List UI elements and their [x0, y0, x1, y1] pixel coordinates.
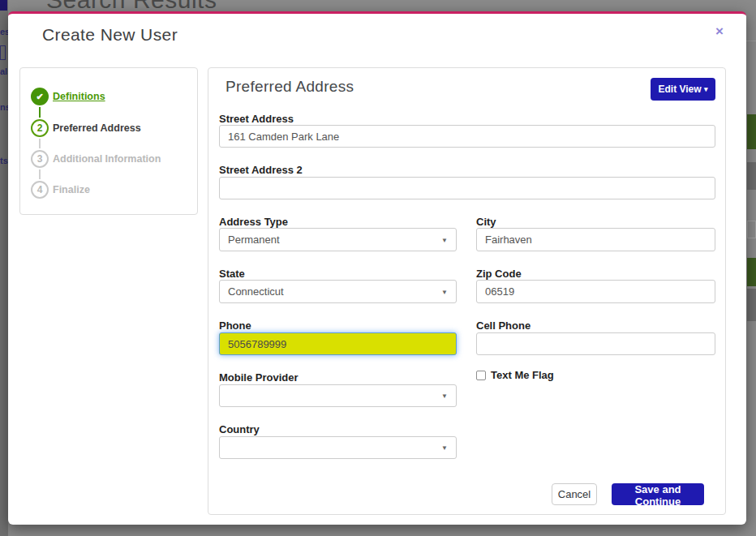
- chevron-down-icon: ▾: [704, 85, 708, 93]
- preferred-address-form: Preferred Address Edit View ▾ Street Add…: [208, 67, 726, 515]
- background-input-fragment: [0, 45, 6, 60]
- step-additional-information-circle: 3: [31, 150, 49, 168]
- cell-phone-input[interactable]: [476, 332, 715, 355]
- text-me-flag-label: Text Me Flag: [491, 369, 554, 381]
- street-address-2-label: Street Address 2: [219, 164, 303, 176]
- edit-view-button[interactable]: Edit View ▾: [651, 78, 715, 101]
- screen: Search Results es als ns ts Create New U…: [0, 0, 756, 536]
- step-connector: [39, 169, 41, 179]
- background-field-fragment: [747, 221, 756, 238]
- text-me-flag-checkbox[interactable]: [476, 371, 486, 380]
- step-connector: [39, 139, 41, 148]
- save-and-continue-button[interactable]: Save and Continue: [612, 483, 704, 505]
- wizard-step-definitions[interactable]: Definitions: [53, 91, 105, 102]
- background-cell-fragment: [747, 162, 756, 190]
- select-caret-icon: ▼: [441, 236, 448, 243]
- step-definitions-circle: ✔: [31, 88, 49, 105]
- wizard-step-preferred-address[interactable]: Preferred Address: [53, 122, 141, 134]
- state-select[interactable]: Connecticut ▼: [219, 280, 457, 303]
- background-divider: [746, 41, 756, 41]
- address-type-value: Permanent: [228, 234, 280, 246]
- country-label: Country: [219, 423, 260, 435]
- background-cell-fragment: [747, 289, 756, 321]
- wizard-step-finalize: Finalize: [53, 184, 90, 195]
- state-label: State: [219, 268, 245, 280]
- step-finalize-circle: 4: [31, 181, 49, 199]
- city-label: City: [476, 216, 496, 228]
- street-address-input[interactable]: [219, 125, 715, 148]
- step-connector: [39, 107, 41, 118]
- background-badge-fragment: [747, 258, 756, 286]
- mobile-provider-select[interactable]: ▼: [219, 384, 457, 407]
- country-select[interactable]: ▼: [219, 436, 457, 459]
- city-input[interactable]: [476, 228, 715, 251]
- check-icon: ✔: [36, 92, 43, 102]
- background-badge-fragment: [747, 114, 756, 149]
- modal-title: Create New User: [42, 25, 178, 45]
- wizard-step-additional-information: Additional Information: [53, 153, 161, 165]
- zip-code-input[interactable]: [476, 280, 715, 303]
- street-address-2-input[interactable]: [219, 177, 715, 199]
- state-value: Connecticut: [228, 285, 284, 298]
- phone-input[interactable]: [219, 332, 457, 355]
- mobile-provider-label: Mobile Provider: [219, 371, 299, 384]
- wizard-stepper: ✔ Definitions 2 Preferred Address 3 Addi…: [19, 67, 198, 215]
- address-type-label: Address Type: [219, 216, 288, 228]
- background-sidebar-block: [0, 0, 7, 11]
- select-caret-icon: ▼: [441, 288, 448, 295]
- street-address-label: Street Address: [219, 113, 294, 125]
- phone-label: Phone: [219, 319, 251, 332]
- address-type-select[interactable]: Permanent ▼: [219, 228, 457, 251]
- zip-code-label: Zip Code: [476, 268, 522, 280]
- select-caret-icon: ▼: [441, 444, 448, 452]
- close-icon[interactable]: ×: [715, 24, 724, 38]
- cell-phone-label: Cell Phone: [476, 319, 530, 332]
- select-caret-icon: ▼: [441, 392, 448, 400]
- form-title: Preferred Address: [226, 78, 354, 96]
- edit-view-label: Edit View: [658, 84, 701, 95]
- step-preferred-address-circle: 2: [31, 119, 49, 137]
- cancel-button[interactable]: Cancel: [552, 483, 597, 505]
- background-sidebar: es als ns ts: [0, 0, 8, 536]
- background-link-fragment: ts: [0, 156, 8, 165]
- create-new-user-modal: Create New User × ✔ Definitions 2 Prefer…: [8, 11, 746, 525]
